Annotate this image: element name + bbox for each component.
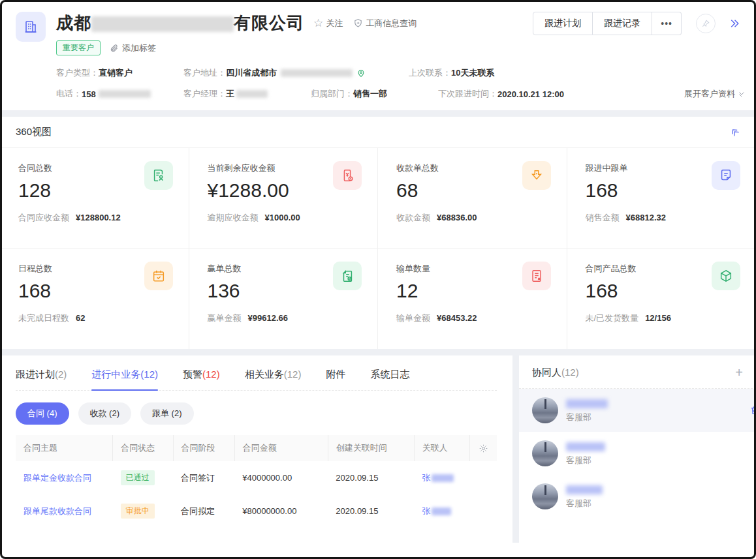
avatar xyxy=(532,440,558,466)
shield-icon xyxy=(353,18,363,28)
status-badge: 审批中 xyxy=(121,504,155,519)
business-panel: 跟进计划(2) 进行中业务(12) 预警(12) 相关业务(12) 附件 系统日… xyxy=(0,355,512,543)
stat-card-schedule-total[interactable]: 日程总数 168 未完成日程数62 xyxy=(0,249,189,349)
field-customer-type: 客户类型：直销客户 xyxy=(56,67,183,79)
follow-action[interactable]: ☆ 关注 xyxy=(313,16,343,30)
gear-icon[interactable] xyxy=(478,444,489,453)
status-badge: 已通过 xyxy=(121,470,155,485)
field-next-follow-time: 下次跟进时间：2020.10.21 12:00 xyxy=(438,88,564,100)
pill-receipt[interactable]: 收款 (2) xyxy=(78,402,132,425)
add-collaborator-button[interactable]: + xyxy=(735,366,743,379)
avatar xyxy=(532,483,558,509)
field-last-contact: 上次联系：10天未联系 xyxy=(409,67,494,79)
document-x-icon xyxy=(522,262,551,290)
stat-card-contract-total[interactable]: 合同总数 128 合同应收金额¥128800.12 xyxy=(0,148,189,249)
clipboard-check-icon xyxy=(333,262,362,290)
customer-header: 成都有限公司 ☆ 关注 工商信息查询 xyxy=(0,0,756,110)
yuan-overdue-icon xyxy=(333,161,362,190)
paperclip-icon xyxy=(110,44,119,53)
collaborator-item[interactable]: 客服部 xyxy=(519,432,756,475)
company-icon xyxy=(16,12,46,42)
tab-system-log[interactable]: 系统日志 xyxy=(370,369,409,390)
collaborators-panel: 协同人(12) + 客服部 客服部 xyxy=(519,355,756,543)
stat-card-lost-count[interactable]: 输单数量 12 输单金额¥68453.22 xyxy=(378,249,567,349)
contract-subject-link[interactable]: 跟单尾款收款合同 xyxy=(24,506,91,516)
note-icon xyxy=(712,161,740,190)
section-divider xyxy=(0,110,756,117)
tab-warning[interactable]: 预警(12) xyxy=(183,369,220,390)
collaborator-dept: 客服部 xyxy=(566,498,603,509)
star-icon: ☆ xyxy=(313,16,323,30)
pill-order[interactable]: 跟单 (2) xyxy=(140,402,194,425)
company-name: 成都有限公司 xyxy=(56,12,304,35)
view-360-section: 360视图 合同总数 128 合同应收金额¥128800.12 xyxy=(0,117,756,349)
tab-ongoing-business[interactable]: 进行中业务(12) xyxy=(91,369,158,390)
collaborator-item[interactable]: 客服部 xyxy=(519,475,756,518)
collaborator-name[interactable] xyxy=(566,440,605,451)
collaborator-name[interactable] xyxy=(566,397,608,408)
col-contract-status: 合同状态 xyxy=(113,435,173,461)
chevron-down-icon xyxy=(738,90,746,98)
col-create-time: 创建关联时间 xyxy=(328,435,414,461)
location-icon[interactable] xyxy=(356,68,366,78)
stat-card-following-orders[interactable]: 跟进中跟单 168 销售金额¥68812.32 xyxy=(567,148,756,249)
contract-table-header-row: 合同主题 合同状态 合同阶段 合同金额 创建关联时间 关联人 xyxy=(16,435,497,461)
business-info-query-action[interactable]: 工商信息查询 xyxy=(353,18,417,29)
pill-contract[interactable]: 合同 (4) xyxy=(16,402,69,425)
tab-follow-plan[interactable]: 跟进计划(2) xyxy=(16,369,67,390)
collaborator-dept: 客服部 xyxy=(566,455,605,466)
add-tag-button[interactable]: 添加标签 xyxy=(110,42,156,54)
contract-document-icon xyxy=(144,161,173,190)
customer-detail-page: 成都有限公司 ☆ 关注 工商信息查询 xyxy=(0,0,756,559)
expand-customer-profile[interactable]: 展开客户资料 xyxy=(684,88,746,100)
col-contract-amount: 合同金额 xyxy=(234,435,328,461)
section-divider xyxy=(0,349,756,355)
collaborator-item[interactable]: 客服部 xyxy=(519,389,756,432)
tab-attachments[interactable]: 附件 xyxy=(326,369,345,390)
cube-icon xyxy=(712,262,740,290)
follow-plan-button[interactable]: 跟进计划 xyxy=(533,12,593,35)
field-customer-address: 客户地址：四川省成都市 xyxy=(183,67,409,79)
col-contact-person: 关联人 xyxy=(414,435,469,461)
header-button-group: 跟进计划 跟进记录 ••• xyxy=(533,12,682,35)
contract-table: 合同主题 合同状态 合同阶段 合同金额 创建关联时间 关联人 xyxy=(16,435,497,528)
customer-info-grid: 客户类型：直销客户 客户地址：四川省成都市 上次联系：10天未联系 电话：158… xyxy=(56,67,740,100)
business-filter-pills: 合同 (4) 收款 (2) 跟单 (2) xyxy=(16,402,497,425)
col-contract-stage: 合同阶段 xyxy=(173,435,234,461)
stat-card-won-total[interactable]: 赢单总数 136 赢单金额¥99612.66 xyxy=(189,249,379,349)
field-phone: 电话：158 xyxy=(56,88,183,100)
avatar xyxy=(532,397,558,423)
more-actions-button[interactable]: ••• xyxy=(652,12,682,35)
stat-cards-grid: 合同总数 128 合同应收金额¥128800.12 当前剩余应收金额 ¥1288… xyxy=(0,148,756,349)
stat-card-contract-products[interactable]: 合同产品总数 168 未/已发货数量12/156 xyxy=(567,249,756,349)
stat-card-receipt-total[interactable]: 收款单总数 68 收款金额¥68836.00 xyxy=(378,148,567,249)
stat-card-remaining-receivable[interactable]: 当前剩余应收金额 ¥1288.00 逾期应收金额¥1000.00 xyxy=(189,148,379,249)
collaborator-dept: 客服部 xyxy=(566,412,608,423)
field-account-manager: 客户经理：王 xyxy=(183,88,311,100)
pin-icon[interactable] xyxy=(696,14,716,33)
calendar-check-icon xyxy=(144,262,173,290)
follow-record-button[interactable]: 跟进记录 xyxy=(593,12,652,35)
collapse-section-icon[interactable] xyxy=(730,127,740,138)
contact-person-link[interactable]: 张 xyxy=(422,473,454,483)
contact-person-link[interactable]: 张 xyxy=(422,506,451,516)
arrow-down-receive-icon xyxy=(522,161,551,190)
collaborator-name[interactable] xyxy=(566,483,603,494)
col-contract-subject: 合同主题 xyxy=(16,435,113,461)
important-customer-tag: 重要客户 xyxy=(56,40,101,55)
field-department: 归属部门：销售一部 xyxy=(311,88,409,100)
contract-row[interactable]: 跟单定金收款合同 已通过 合同签订 ¥4000000.00 2020.09.15… xyxy=(16,461,497,494)
contract-row[interactable]: 跟单尾款收款合同 审批中 合同拟定 ¥80000000.00 2020.09.1… xyxy=(16,494,497,528)
expand-panel-chevron-icon[interactable] xyxy=(727,18,740,29)
business-tabs: 跟进计划(2) 进行中业务(12) 预警(12) 相关业务(12) 附件 系统日… xyxy=(16,355,497,391)
view-360-title: 360视图 xyxy=(16,126,52,138)
tab-related-business[interactable]: 相关业务(12) xyxy=(245,369,302,390)
trash-icon[interactable] xyxy=(749,405,756,415)
contract-subject-link[interactable]: 跟单定金收款合同 xyxy=(24,473,91,483)
column-settings-header xyxy=(469,435,497,461)
collaborators-title: 协同人(12) xyxy=(532,367,579,379)
